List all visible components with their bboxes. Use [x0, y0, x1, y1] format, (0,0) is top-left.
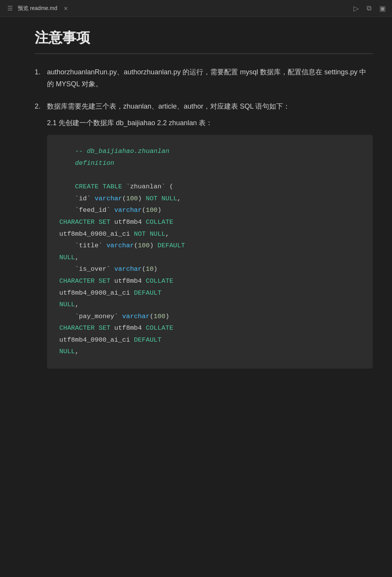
- code-line-4: `id` varchar(100) NOT NULL,: [59, 193, 360, 205]
- run-button[interactable]: ▷: [353, 4, 359, 13]
- titlebar-right: ▷ ⧉ ▣: [353, 4, 386, 13]
- list-item-1: authorzhuanlanRun.py、authorzhuanlan.py 的…: [35, 66, 373, 90]
- main-content: 注意事项 authorzhuanlanRun.py、authorzhuanlan…: [0, 17, 392, 399]
- code-line-5: `feed_id` varchar(100): [59, 205, 360, 216]
- code-line-1: -- db_baijiahao.zhuanlan: [59, 146, 360, 158]
- file-icon: ☰: [6, 5, 14, 12]
- code-line-11: CHARACTER SET utf8mb4 COLLATE: [59, 275, 360, 287]
- code-line-13: NULL,: [59, 299, 360, 311]
- list-item-2-text: 数据库需要先建三个表，zhuanlan、article、author，对应建表 …: [47, 102, 290, 110]
- main-list: authorzhuanlanRun.py、authorzhuanlan.py 的…: [35, 66, 373, 369]
- titlebar-title: 预览 readme.md: [18, 5, 57, 12]
- close-tab-button[interactable]: ✕: [61, 5, 70, 12]
- list-item-1-text: authorzhuanlanRun.py、authorzhuanlan.py 的…: [47, 68, 366, 88]
- code-line-6: CHARACTER SET utf8mb4 COLLATE: [59, 216, 360, 228]
- code-line-7: utf8mb4_0900_ai_ci NOT NULL,: [59, 228, 360, 240]
- code-line-15: CHARACTER SET utf8mb4 COLLATE: [59, 322, 360, 334]
- titlebar-left: ☰ 预览 readme.md ✕: [6, 5, 70, 12]
- code-line-17: NULL,: [59, 346, 360, 358]
- code-block: -- db_baijiahao.zhuanlan definition CREA…: [47, 135, 373, 369]
- code-line-2: definition: [59, 158, 360, 169]
- layout-button[interactable]: ▣: [379, 4, 386, 13]
- code-line-blank1: [59, 169, 360, 181]
- heading-divider: [35, 54, 373, 54]
- code-line-10: `is_over` varchar(10): [59, 263, 360, 275]
- sub-item-2-1-text: 2.1 先创建一个数据库 db_baijiahao 2.2 zhuanlan 表…: [47, 119, 213, 127]
- list-item-2: 数据库需要先建三个表，zhuanlan、article、author，对应建表 …: [35, 101, 373, 369]
- titlebar: ☰ 预览 readme.md ✕ ▷ ⧉ ▣: [0, 0, 392, 17]
- page-heading: 注意事项: [35, 29, 373, 47]
- code-line-16: utf8mb4_0900_ai_ci DEFAULT: [59, 334, 360, 346]
- code-line-14: `pay_money` varchar(100): [59, 311, 360, 323]
- sub-item-2-1: 2.1 先创建一个数据库 db_baijiahao 2.2 zhuanlan 表…: [47, 117, 373, 129]
- code-line-9: NULL,: [59, 252, 360, 264]
- split-button[interactable]: ⧉: [367, 4, 372, 12]
- code-line-3: CREATE TABLE `zhuanlan` (: [59, 181, 360, 193]
- code-line-8: `title` varchar(100) DEFAULT: [59, 240, 360, 252]
- code-line-12: utf8mb4_0900_ai_ci DEFAULT: [59, 287, 360, 299]
